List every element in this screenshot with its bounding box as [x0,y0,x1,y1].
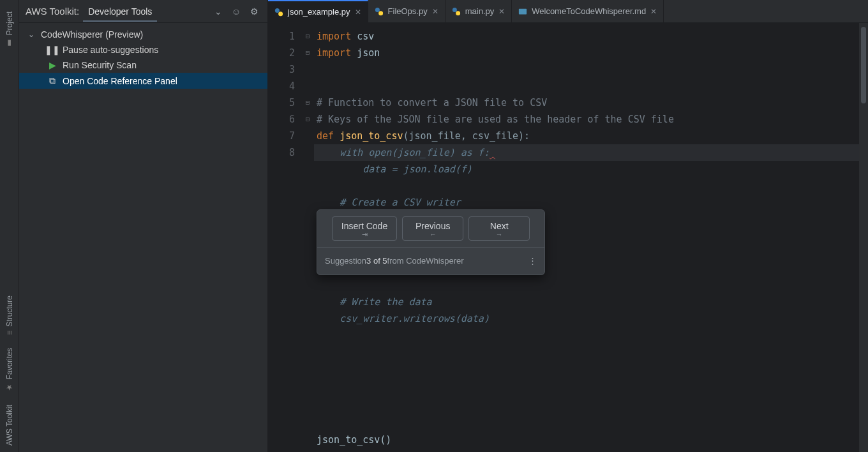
footer-text: from CodeWhisperer [387,253,464,269]
rail-structure[interactable]: ≡ Structure [5,296,14,335]
svg-point-1 [278,11,283,16]
code-token: json [351,47,380,59]
code-content[interactable]: import csv import json # Function to con… [314,23,859,452]
aws-toolkit-panel: AWS Toolkit: Developer Tools ⌄ ☺ ⚙ ⌄ Cod… [19,0,268,452]
fold-icon[interactable]: ⊟ [301,45,314,61]
smiley-icon[interactable]: ☺ [229,4,243,19]
line-gutter: 1 2 3 4 5 6 7 8 [268,23,301,452]
insert-code-button[interactable]: Insert Code ⇥ [332,216,397,241]
fold-icon[interactable]: ⊟ [301,28,314,45]
code-token: json_to_csv [340,130,403,142]
scrollbar-thumb[interactable] [861,27,866,103]
rail-favorites-label: Favorites [5,348,14,379]
code-bottom-call: json_to_csv() [317,432,391,448]
tab-label: main.py [465,6,495,16]
code-ghost: # Write the data [317,296,432,308]
line-number: 3 [268,61,295,78]
line-number: 7 [268,128,295,144]
close-icon[interactable]: ✕ [355,8,361,17]
panel-header: AWS Toolkit: Developer Tools ⌄ ☺ ⚙ [19,0,267,23]
close-icon[interactable]: ✕ [432,7,438,16]
line-number: 4 [268,78,295,94]
tree-item-run-security-scan[interactable]: ▶ Run Security Scan [19,57,267,73]
tab-label: FileOps.py [388,6,428,16]
folder-icon: ▮ [5,39,14,48]
editor-area: json_example.py ✕ FileOps.py ✕ main.py ✕… [268,0,868,452]
tab-fileops[interactable]: FileOps.py ✕ [368,0,445,22]
suggestion-footer: Suggestion 3 of 5 from CodeWhisperer ⋮ [317,247,544,275]
arrow-left-icon: ← [430,231,437,237]
editor-body[interactable]: 1 2 3 4 5 6 7 8 ⊟ ⊟ ⊟ ⊟ import csv impor… [268,23,868,452]
python-file-icon [274,8,283,17]
star-icon: ★ [5,383,14,392]
button-label: Next [490,221,509,231]
fold-column: ⊟ ⊟ ⊟ ⊟ [301,23,314,452]
button-label: Previous [415,221,450,231]
tab-label: WelcomeToCodeWhisperer.md [532,6,646,16]
editor-scrollbar[interactable] [859,23,868,452]
rail-aws-toolkit[interactable]: AWS Toolkit [5,405,14,446]
panel-title: AWS Toolkit: [26,6,79,17]
code-token: csv [351,31,374,42]
code-ghost: data = json.load(f) [317,163,472,175]
arrow-right-icon: → [496,231,503,237]
pause-icon: ❚❚ [47,45,57,55]
tab-key-icon: ⇥ [362,231,368,237]
tree-root-label: CodeWhisperer (Preview) [41,29,143,40]
svg-point-2 [375,7,379,11]
suggestion-popup: Insert Code ⇥ Previous ← Next → Suggesti… [317,209,545,275]
tree-item-label: Run Security Scan [63,60,137,70]
close-icon[interactable]: ✕ [498,7,505,16]
chevron-down-icon[interactable]: ⌄ [211,4,225,19]
tree-item-pause-suggestions[interactable]: ❚❚ Pause auto-suggestions [19,42,267,57]
line-number: 8 [268,144,295,161]
gear-icon[interactable]: ⚙ [247,4,261,19]
code-ghost: with open(json_file) as f: [317,147,490,158]
previous-button[interactable]: Previous ← [402,216,463,241]
line-number: 5 [268,94,295,111]
code-comment: # Keys of the JSON file are used as the … [317,114,674,125]
rail-favorites[interactable]: ★ Favorites [5,348,14,392]
footer-text: Suggestion [325,253,366,269]
tab-json-example[interactable]: json_example.py ✕ [268,0,368,22]
tab-label: json_example.py [288,7,350,17]
svg-rect-6 [519,8,527,14]
tree-item-open-code-reference[interactable]: ⧉ Open Code Reference Panel [19,73,267,89]
left-tool-rail: ▮ Project ≡ Structure ★ Favorites AWS To… [0,0,19,452]
line-number: 6 [268,111,295,128]
tree-item-label: Pause auto-suggestions [63,45,158,55]
rail-project[interactable]: ▮ Project [5,11,14,48]
svg-point-5 [456,11,460,15]
code-token: (json_file, csv_file): [403,130,530,142]
line-number: 2 [268,45,295,61]
code-token: import [317,31,351,42]
svg-point-3 [378,11,383,15]
structure-icon: ≡ [5,331,14,335]
kebab-menu-icon[interactable]: ⋮ [528,253,537,269]
tab-welcome-md[interactable]: WelcomeToCodeWhisperer.md ✕ [512,0,664,22]
svg-point-0 [275,8,280,12]
next-button[interactable]: Next → [468,216,530,241]
fold-icon[interactable]: ⊟ [301,111,314,128]
markdown-file-icon [518,7,527,16]
rail-structure-label: Structure [5,296,14,327]
code-token: import [317,47,351,59]
play-icon: ▶ [47,60,57,70]
rail-project-label: Project [5,11,14,35]
code-token: def [317,130,340,142]
rail-aws-label: AWS Toolkit [5,405,14,446]
fold-icon[interactable]: ⊟ [301,94,314,111]
tab-main[interactable]: main.py ✕ [445,0,513,22]
reference-icon: ⧉ [47,75,57,86]
tree-root-codewhisperer[interactable]: ⌄ CodeWhisperer (Preview) [19,27,267,42]
code-comment: # Function to convert a JSON file to CSV [317,97,547,109]
code-error-marker [490,147,495,158]
close-icon[interactable]: ✕ [650,7,657,16]
code-ghost: # Create a CSV writer [317,197,461,208]
button-label: Insert Code [341,221,387,231]
python-file-icon [452,7,461,16]
panel-tab-developer-tools[interactable]: Developer Tools [83,6,157,22]
code-ghost: csv_writer.writerows(data) [317,313,490,324]
svg-point-4 [453,7,457,11]
footer-count: 3 of 5 [366,253,387,269]
